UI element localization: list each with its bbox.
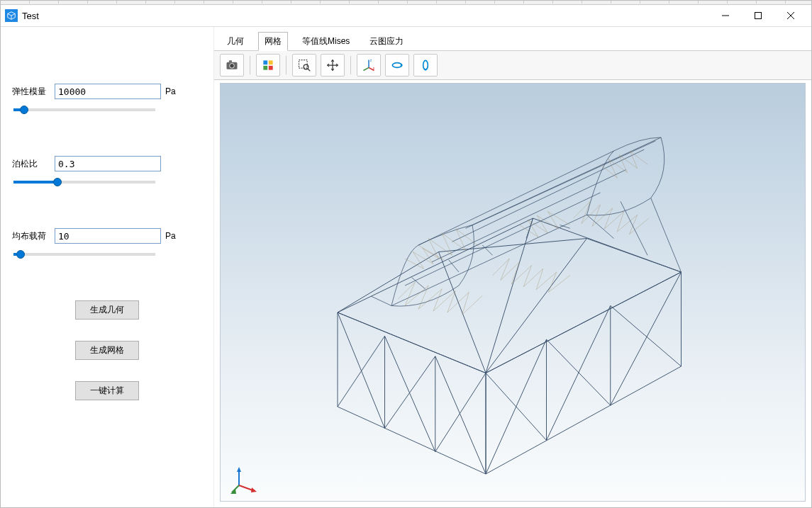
maximize-button[interactable] (742, 5, 774, 26)
param-elastic-modulus: 弹性模量 Pa (12, 84, 202, 113)
generate-mesh-button[interactable]: 生成网格 (75, 341, 139, 360)
app-window: Test 弹性模量 Pa (0, 0, 812, 508)
camera-icon[interactable] (220, 54, 244, 77)
svg-line-29 (435, 356, 486, 474)
svg-line-35 (611, 306, 682, 367)
minimize-button[interactable] (709, 5, 742, 26)
poisson-ratio-input[interactable] (55, 156, 161, 171)
tab-mesh[interactable]: 网格 (258, 32, 288, 51)
toolbar-separator (286, 56, 287, 74)
svg-line-50 (621, 201, 647, 255)
svg-rect-11 (299, 60, 308, 69)
tab-geometry[interactable]: 几何 (221, 33, 250, 50)
svg-line-43 (372, 296, 392, 305)
svg-line-49 (587, 215, 614, 238)
svg-marker-55 (237, 467, 241, 472)
uniform-load-slider[interactable] (13, 253, 155, 256)
toolbar-separator (250, 56, 250, 74)
svg-rect-1 (755, 13, 762, 19)
cropped-menubar (1, 1, 811, 5)
svg-line-28 (385, 356, 435, 429)
3d-viewport[interactable] (220, 83, 806, 502)
svg-point-20 (423, 60, 428, 69)
sidebar: 弹性模量 Pa 泊松比 均 (1, 27, 213, 507)
generate-geometry-button[interactable]: 生成几何 (75, 300, 139, 320)
svg-line-34 (547, 306, 611, 441)
main-panel: 几何 网格 等值线Mises 云图应力 (213, 27, 811, 507)
pan-icon[interactable] (321, 54, 345, 77)
compute-button[interactable]: 一键计算 (75, 381, 139, 400)
uniform-load-unit: Pa (165, 231, 182, 241)
svg-line-16 (364, 67, 369, 70)
rotate-y-icon[interactable] (385, 54, 409, 77)
poisson-ratio-slider[interactable] (13, 181, 155, 184)
svg-line-26 (338, 336, 385, 407)
elastic-modulus-unit: Pa (165, 86, 182, 96)
elastic-modulus-input[interactable] (55, 84, 161, 99)
svg-point-5 (230, 64, 235, 69)
tab-iso-mises[interactable]: 等值线Mises (296, 33, 355, 50)
window-title: Test (22, 11, 39, 21)
elastic-modulus-label: 弹性模量 (12, 86, 50, 98)
svg-rect-9 (263, 66, 267, 70)
svg-text:x: x (373, 66, 375, 70)
uniform-load-label: 均布载荷 (12, 230, 50, 242)
svg-line-30 (435, 373, 486, 452)
param-poisson-ratio: 泊松比 (12, 156, 202, 186)
fit-view-icon[interactable] (256, 54, 280, 77)
rotate-x-icon[interactable] (413, 54, 438, 77)
svg-text:z: z (370, 58, 372, 62)
svg-rect-8 (269, 60, 273, 64)
svg-marker-56 (251, 487, 257, 492)
mesh-wireframe (221, 84, 805, 501)
close-button[interactable] (774, 5, 807, 26)
svg-point-19 (392, 63, 401, 68)
axes-icon[interactable]: zx (357, 54, 381, 77)
svg-rect-6 (229, 60, 232, 62)
view-tabs: 几何 网格 等值线Mises 云图应力 (214, 27, 811, 50)
svg-line-42 (439, 239, 587, 252)
zoom-window-icon[interactable] (292, 54, 316, 77)
svg-line-27 (385, 336, 435, 451)
orientation-triad (230, 465, 259, 494)
svg-line-51 (651, 198, 682, 273)
param-uniform-load: 均布载荷 Pa (12, 228, 202, 258)
tab-contour-stress[interactable]: 云图应力 (364, 33, 409, 50)
svg-line-46 (482, 245, 492, 255)
svg-line-36 (611, 272, 682, 405)
titlebar: Test (1, 5, 811, 27)
svg-line-41 (486, 218, 533, 373)
app-icon (5, 9, 18, 22)
toolbar-separator (350, 56, 351, 74)
svg-rect-10 (269, 66, 273, 70)
svg-line-25 (338, 312, 385, 428)
svg-line-38 (439, 252, 486, 373)
elastic-modulus-slider[interactable] (13, 108, 155, 111)
svg-line-32 (486, 339, 547, 474)
svg-line-45 (449, 260, 459, 272)
poisson-ratio-label: 泊松比 (12, 158, 50, 170)
uniform-load-input[interactable] (55, 228, 161, 244)
svg-line-13 (308, 69, 310, 71)
svg-line-40 (587, 239, 682, 273)
view-toolbar: zx (214, 50, 811, 80)
svg-line-39 (486, 239, 587, 373)
svg-rect-7 (263, 60, 267, 64)
svg-line-37 (338, 252, 439, 313)
svg-marker-57 (230, 489, 236, 494)
svg-point-12 (304, 64, 308, 69)
